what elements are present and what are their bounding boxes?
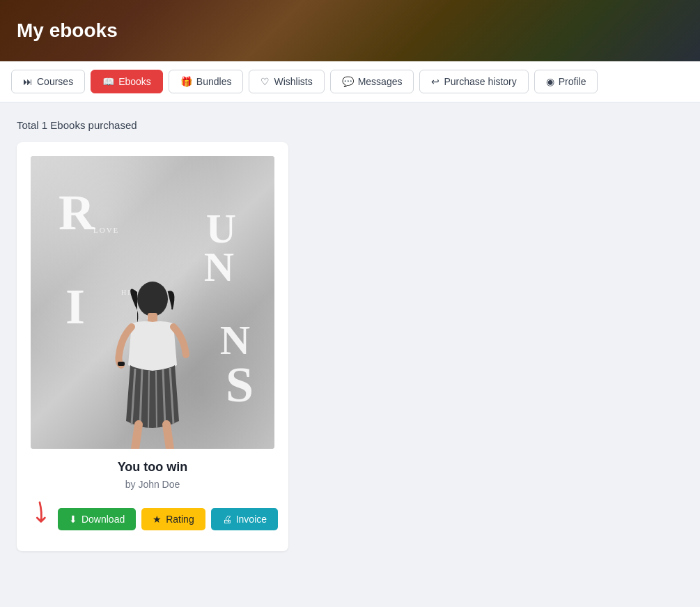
download-icon: ⬇ xyxy=(69,514,77,525)
tab-messages[interactable]: 💬 Messages xyxy=(330,70,414,93)
svg-line-4 xyxy=(148,371,149,428)
history-icon: ↩ xyxy=(431,76,440,87)
page-header: My ebooks xyxy=(0,0,700,61)
ebook-card: R LOVE U N I HIM TO N S xyxy=(17,142,288,551)
book-letter-s: S xyxy=(226,356,254,414)
svg-point-0 xyxy=(137,282,168,316)
book-cover: R LOVE U N I HIM TO N S xyxy=(31,156,274,449)
printer-icon: 🖨 xyxy=(222,514,232,525)
tab-profile[interactable]: ◉ Profile xyxy=(534,70,598,93)
svg-line-5 xyxy=(156,371,157,428)
navigation: ⏭ Courses 📖 Ebooks 🎁 Bundles ♡ Wishlists… xyxy=(0,61,700,102)
book-letter-i: I xyxy=(65,278,85,336)
book-info: You too win by John Doe xyxy=(31,460,274,490)
tab-courses[interactable]: ⏭ Courses xyxy=(11,70,85,93)
tab-wishlists[interactable]: ♡ Wishlists xyxy=(249,70,324,93)
book-letter-r: R xyxy=(59,184,93,242)
invoice-button[interactable]: 🖨 Invoice xyxy=(211,508,278,530)
book-letter-n1: N xyxy=(204,243,234,291)
book-actions: ⬇ Download ★ Rating 🖨 Invoice xyxy=(31,501,274,537)
heart-icon: ♡ xyxy=(260,76,270,87)
chat-icon: 💬 xyxy=(342,76,354,87)
star-icon: ★ xyxy=(153,514,162,525)
total-count: Total 1 Ebooks purchased xyxy=(17,119,683,131)
arrow-decoration xyxy=(27,501,52,537)
book-person-silhouette xyxy=(97,268,208,449)
svg-rect-8 xyxy=(118,362,125,366)
book-word-love: LOVE xyxy=(93,226,119,234)
book-icon: 📖 xyxy=(102,76,114,87)
tab-purchase-history[interactable]: ↩ Purchase history xyxy=(419,70,528,93)
gift-icon: 🎁 xyxy=(180,76,192,87)
tab-bundles[interactable]: 🎁 Bundles xyxy=(169,70,244,93)
book-cover-inner: R LOVE U N I HIM TO N S xyxy=(31,156,274,449)
fast-forward-icon: ⏭ xyxy=(23,76,33,87)
book-title: You too win xyxy=(31,460,274,475)
rating-button[interactable]: ★ Rating xyxy=(141,508,205,530)
user-circle-icon: ◉ xyxy=(546,76,554,87)
tab-ebooks[interactable]: 📖 Ebooks xyxy=(91,70,163,93)
book-author: by John Doe xyxy=(31,479,274,490)
download-button[interactable]: ⬇ Download xyxy=(58,508,136,530)
main-content: Total 1 Ebooks purchased R LOVE U N I HI… xyxy=(0,102,700,568)
page-title: My ebooks xyxy=(17,20,118,42)
